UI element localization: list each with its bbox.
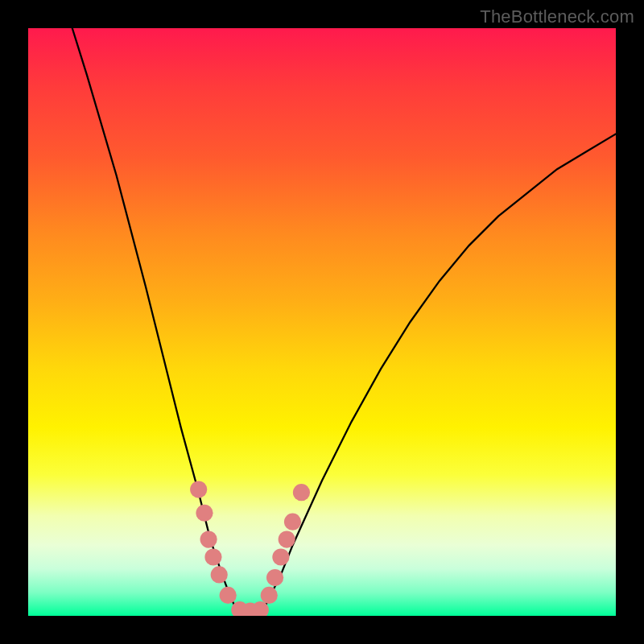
marker-dot [204,548,221,565]
marker-dot [261,587,278,604]
marker-dot [220,587,237,604]
marker-dot [293,484,310,501]
curve-overlay [28,28,616,616]
left-curve [72,28,240,616]
chart-frame: TheBottleneck.com [0,0,644,644]
marker-dot [284,514,301,530]
marker-dot [211,566,228,583]
watermark-text: TheBottleneck.com [480,6,634,27]
marker-dot [266,569,283,586]
marker-dot [190,481,207,497]
plot-area [28,28,616,616]
marker-dot [272,548,289,565]
marker-dot [196,505,213,522]
marker-dot [279,531,295,548]
right-curve [260,134,616,616]
marker-dot [200,531,217,548]
